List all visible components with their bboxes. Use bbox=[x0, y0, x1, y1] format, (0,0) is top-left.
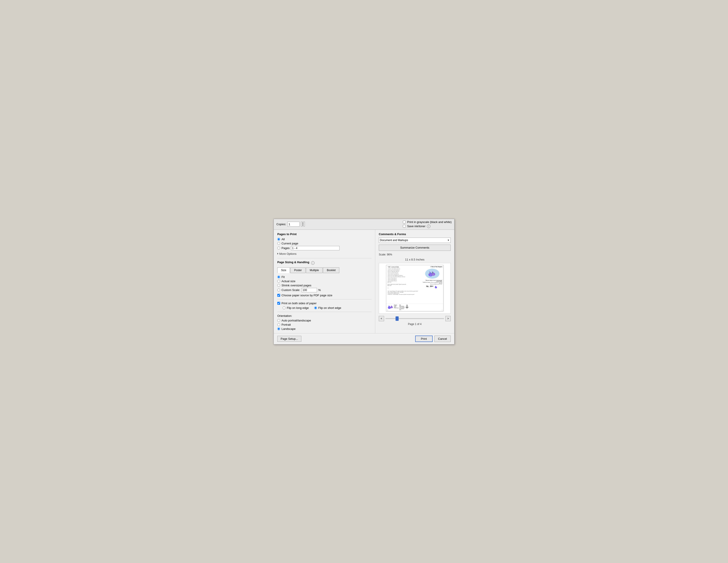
svg-point-7 bbox=[433, 274, 434, 275]
save-ink-label: Save ink/toner bbox=[407, 224, 425, 228]
radio-all[interactable] bbox=[277, 238, 280, 241]
comments-dropdown[interactable]: Document and Markups Document Comments o… bbox=[379, 237, 451, 243]
tab-size[interactable]: Size bbox=[277, 267, 290, 273]
radio-pages-label: Pages bbox=[281, 246, 290, 250]
flip-long-label: Flip on long edge bbox=[287, 306, 309, 310]
radio-fit[interactable] bbox=[277, 275, 280, 278]
radio-custom-row: Custom Scale: % bbox=[277, 288, 372, 292]
radio-auto-label: Auto portrait/landscape bbox=[281, 319, 311, 322]
page-sizing-title: Page Sizing & Handling bbox=[277, 260, 309, 264]
comments-forms-section: Comments & Forms Document and Markups Do… bbox=[379, 232, 451, 253]
comments-forms-title: Comments & Forms bbox=[379, 232, 451, 236]
scale-label: Scale: 96% bbox=[379, 253, 451, 256]
spinner-down[interactable]: ▼ bbox=[301, 224, 305, 226]
radio-flip-long[interactable] bbox=[283, 307, 285, 309]
preview-bottom: Dragons Flying Spikes Purple bodies Size… bbox=[386, 304, 443, 311]
summarize-comments-button[interactable]: Summarize Comments bbox=[379, 244, 451, 251]
page-sizing-title-row: Page Sizing & Handling i bbox=[277, 260, 372, 265]
more-options-label: More Options bbox=[279, 252, 296, 255]
tab-poster[interactable]: Poster bbox=[290, 267, 306, 273]
radio-shrink[interactable] bbox=[277, 284, 280, 287]
nav-bar: < > bbox=[379, 316, 451, 321]
radio-pages-row: Pages bbox=[277, 246, 372, 250]
nav-next-button[interactable]: > bbox=[445, 316, 451, 321]
spinner-up[interactable]: ▲ bbox=[301, 222, 305, 224]
small-dragon-icon bbox=[434, 286, 438, 289]
radio-custom[interactable] bbox=[277, 289, 280, 292]
svg-marker-20 bbox=[405, 307, 409, 309]
tab-multiple[interactable]: Multiple bbox=[306, 267, 323, 273]
preview-top: "AND," continued Spike, "I want to eat b… bbox=[386, 265, 443, 304]
radio-auto-orientation[interactable] bbox=[277, 319, 280, 322]
grayscale-options: Print in grayscale (black and white) Sav… bbox=[403, 220, 452, 228]
copies-label: Copies: bbox=[276, 222, 286, 226]
page-sizing-info-icon: i bbox=[311, 261, 315, 265]
svg-point-2 bbox=[429, 272, 431, 274]
copies-row: Copies: ▲ ▼ bbox=[276, 222, 305, 226]
page-setup-button[interactable]: Page Setup... bbox=[277, 336, 301, 342]
tab-row: Size Poster Multiple Booklet bbox=[277, 267, 372, 273]
grayscale-label: Print in grayscale (black and white) bbox=[407, 220, 452, 224]
copies-spinner: ▲ ▼ bbox=[301, 222, 305, 226]
grayscale-row: Print in grayscale (black and white) bbox=[403, 220, 452, 224]
svg-marker-5 bbox=[432, 271, 433, 272]
flip-long-row: Flip on long edge bbox=[283, 306, 309, 310]
dialog-top-bar: Copies: ▲ ▼ Print in grayscale (black an… bbox=[274, 219, 454, 229]
radio-shrink-label: Shrink oversized pages bbox=[281, 284, 311, 287]
page-indicator: Page 1 of 4 bbox=[379, 323, 451, 326]
dialog-body: Pages to Print All Current page Pages bbox=[274, 229, 454, 333]
fit-radio-group: Fit Actual size Shrink oversized pages C… bbox=[277, 275, 372, 292]
orientation-label: Orientation: bbox=[277, 314, 372, 318]
svg-point-3 bbox=[432, 272, 434, 274]
radio-landscape-row: Landscape bbox=[277, 327, 372, 331]
save-ink-checkbox[interactable] bbox=[403, 225, 406, 227]
choose-paper-checkbox[interactable] bbox=[277, 294, 280, 297]
radio-pages[interactable] bbox=[277, 246, 280, 249]
dropdown-row: Document and Markups Document Comments o… bbox=[379, 237, 451, 243]
preview-book-title: A Tale of Two Dragons bbox=[422, 266, 442, 267]
nav-prev-button[interactable]: < bbox=[379, 316, 384, 321]
more-options-row[interactable]: More Options bbox=[277, 252, 372, 256]
footer-right: Print Cancel bbox=[415, 336, 451, 342]
dragon-svg bbox=[427, 270, 438, 277]
radio-landscape-label: Landscape bbox=[281, 327, 296, 331]
both-sides-label: Print on both sides of paper bbox=[281, 302, 317, 305]
tab-booklet[interactable]: Booklet bbox=[323, 267, 339, 273]
radio-actual[interactable] bbox=[277, 280, 280, 283]
radio-portrait-row: Portrait bbox=[277, 323, 372, 326]
nav-slider-thumb[interactable] bbox=[396, 317, 399, 321]
choose-paper-label: Choose paper source by PDF page size bbox=[281, 294, 332, 297]
radio-current-label: Current page bbox=[281, 242, 298, 245]
both-sides-checkbox[interactable] bbox=[277, 302, 280, 305]
preview-text: "AND," continued Spike, "I want to eat b… bbox=[386, 265, 421, 304]
nav-slider-track bbox=[385, 318, 444, 319]
nav-slider[interactable] bbox=[385, 316, 444, 321]
radio-custom-label: Custom Scale: bbox=[281, 289, 300, 292]
radio-current[interactable] bbox=[277, 242, 280, 245]
dragon-illustration bbox=[425, 269, 439, 278]
print-button[interactable]: Print bbox=[415, 336, 433, 342]
preview-area: "AND," continued Spike, "I want to eat b… bbox=[379, 263, 451, 314]
page-num-left: 11 bbox=[387, 310, 388, 311]
radio-shrink-row: Shrink oversized pages bbox=[277, 284, 372, 287]
radio-all-label: All bbox=[281, 237, 285, 241]
left-panel: Pages to Print All Current page Pages bbox=[274, 230, 375, 333]
copies-input[interactable] bbox=[287, 222, 300, 226]
radio-flip-short[interactable] bbox=[314, 307, 317, 309]
bottom-arrow-icon bbox=[405, 305, 409, 309]
preview-bottom-left: Dragons Flying Spikes Purple bodies Size… bbox=[387, 305, 442, 310]
radio-fit-label: Fit bbox=[281, 275, 285, 278]
dialog-footer: Page Setup... Print Cancel bbox=[274, 333, 454, 344]
preview-dragon-block: A Tale of Two Dragons bbox=[421, 265, 443, 304]
custom-scale-input[interactable] bbox=[302, 288, 317, 292]
cancel-button[interactable]: Cancel bbox=[434, 336, 451, 342]
radio-portrait[interactable] bbox=[277, 323, 280, 326]
page-num-right: 1 bbox=[442, 310, 442, 311]
more-options-triangle bbox=[277, 253, 278, 254]
radio-landscape[interactable] bbox=[277, 328, 280, 330]
pages-range-input[interactable] bbox=[291, 246, 340, 250]
percent-label: % bbox=[318, 289, 321, 292]
grayscale-checkbox[interactable] bbox=[403, 220, 406, 223]
save-ink-row: Save ink/toner i bbox=[403, 224, 452, 228]
bottom-dragon-left bbox=[387, 305, 393, 310]
